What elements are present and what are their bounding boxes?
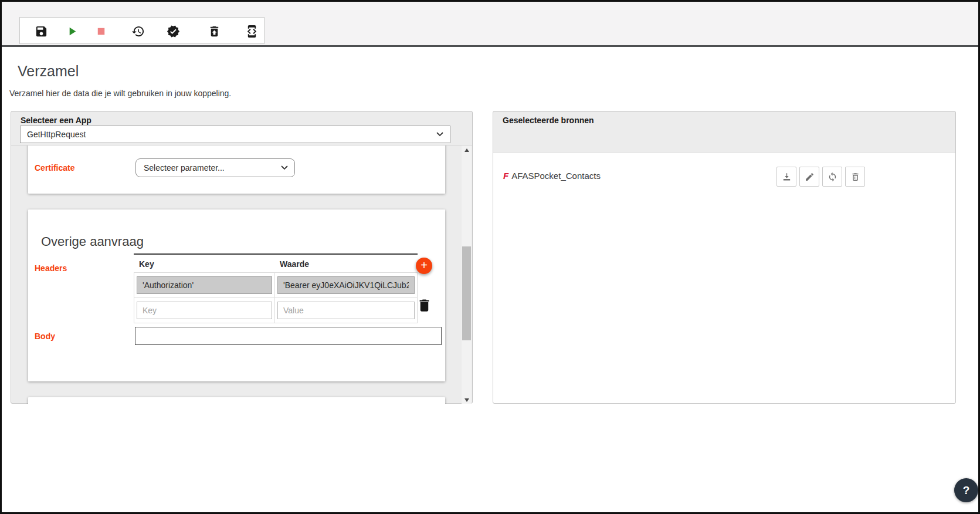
save-button[interactable] (33, 23, 49, 39)
app-select[interactable]: GetHttpRequest (20, 126, 450, 143)
value-column-header: Waarde (274, 255, 418, 272)
certificate-parameter-select[interactable]: Selecteer parameter... (135, 158, 295, 177)
app-config-scroll-area: Certificate Selecteer parameter... Overi… (11, 145, 472, 404)
new-header-value-input[interactable] (277, 302, 415, 319)
headers-label: Headers (35, 263, 67, 273)
history-button[interactable] (130, 23, 145, 39)
headers-table-head: Key Waarde (134, 255, 418, 273)
request-card: Overige aanvraag Headers Key Waarde (28, 209, 445, 381)
history-icon (131, 25, 145, 38)
body-input[interactable] (135, 327, 442, 345)
headers-table: Key Waarde (134, 253, 418, 323)
scrollbar-thumb[interactable] (462, 246, 471, 340)
top-bar (2, 2, 978, 47)
edit-source-button[interactable] (799, 167, 819, 187)
header-row-new (134, 298, 418, 323)
developer-mode-button[interactable] (244, 23, 259, 39)
page-subtitle: Verzamel hier de data die je wilt gebrui… (9, 89, 231, 98)
chevron-down-icon (281, 165, 288, 170)
help-button[interactable]: ? (954, 478, 978, 502)
discard-button[interactable] (206, 23, 222, 39)
source-row: FAFASPocket_Contacts (503, 167, 948, 188)
certificate-card: Certificate Selecteer parameter... (28, 145, 445, 194)
chevron-down-icon (436, 132, 443, 137)
app-window: Verzamel Verzamel hier de data die je wi… (0, 0, 980, 514)
download-source-button[interactable] (776, 167, 796, 187)
pencil-icon (805, 172, 815, 182)
play-icon (65, 25, 79, 38)
add-header-button[interactable]: + (416, 258, 432, 274)
source-name-text: AFASPocket_Contacts (511, 171, 601, 181)
sources-list: FAFASPocket_Contacts (493, 152, 955, 403)
app-panel-header: Selecteer een App (21, 116, 91, 125)
request-card-title: Overige aanvraag (41, 234, 144, 249)
approve-button[interactable] (165, 23, 181, 39)
sources-panel-header: Geselecteerde bronnen (503, 116, 594, 125)
source-name: FAFASPocket_Contacts (503, 171, 601, 181)
triangle-down-icon (464, 398, 469, 402)
certificate-parameter-value: Selecteer parameter... (144, 163, 225, 173)
stop-button[interactable] (93, 23, 108, 39)
afas-f-logo: F (503, 171, 508, 181)
app-select-value: GetHttpRequest (27, 130, 86, 139)
header-row (134, 273, 418, 298)
page-title: Verzamel (18, 63, 79, 80)
next-section-card (28, 397, 445, 404)
header-value-input[interactable] (277, 276, 415, 294)
triangle-up-icon (464, 148, 469, 152)
delete-header-row-button[interactable] (416, 297, 433, 314)
trash-icon (416, 297, 432, 313)
app-config-panel: Selecteer een App GetHttpRequest Certifi… (11, 111, 473, 404)
certificate-label: Certificate (35, 163, 74, 173)
restore-trash-icon (208, 25, 221, 38)
trash-outline-icon (850, 172, 860, 182)
scroll-down-arrow[interactable] (462, 395, 472, 404)
developer-mode-icon (245, 25, 259, 38)
verified-badge-icon (167, 25, 180, 38)
download-icon (782, 172, 792, 182)
key-column-header: Key (134, 255, 274, 272)
body-label: Body (35, 332, 55, 341)
vertical-scrollbar[interactable] (462, 146, 472, 404)
selected-sources-panel: Geselecteerde bronnen FAFASPocket_Contac… (493, 111, 956, 404)
scroll-up-arrow[interactable] (462, 146, 472, 154)
stop-icon (94, 25, 108, 38)
toolbar (19, 17, 265, 44)
source-actions (776, 167, 865, 187)
refresh-source-button[interactable] (822, 167, 842, 187)
delete-source-button[interactable] (845, 167, 865, 187)
run-button[interactable] (64, 23, 79, 39)
header-key-input[interactable] (137, 276, 272, 294)
refresh-icon (828, 172, 837, 182)
save-icon (35, 25, 48, 38)
new-header-key-input[interactable] (137, 302, 272, 319)
